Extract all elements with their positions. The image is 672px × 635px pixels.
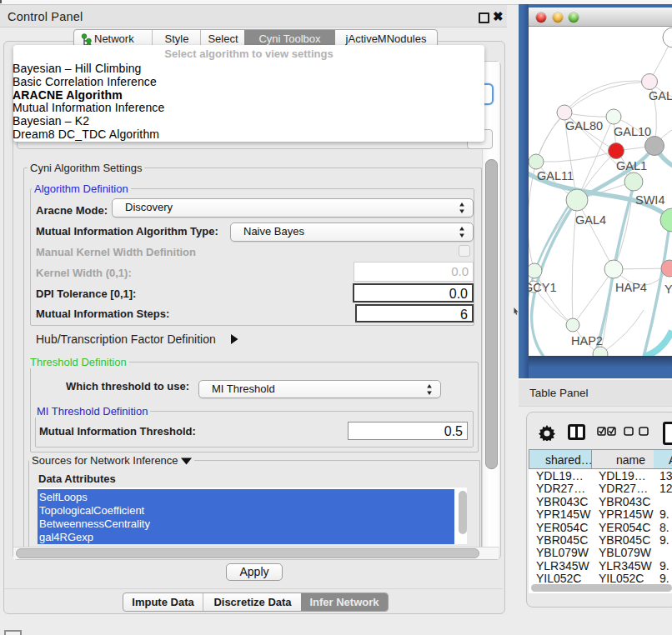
svg-text:GAL11: GAL11 bbox=[537, 169, 574, 182]
svg-text:HAP4: HAP4 bbox=[615, 281, 647, 294]
svg-text:HAP2: HAP2 bbox=[571, 334, 603, 348]
svg-text:GAL4: GAL4 bbox=[575, 213, 606, 227]
svg-text:GCY1: GCY1 bbox=[529, 281, 557, 294]
svg-text:GAL10: GAL10 bbox=[614, 125, 651, 138]
svg-text:Y: Y bbox=[664, 282, 672, 296]
svg-text:GAL1: GAL1 bbox=[616, 159, 647, 172]
svg-text:GAL80: GAL80 bbox=[565, 119, 603, 132]
svg-text:GAL2: GAL2 bbox=[649, 89, 672, 102]
svg-text:SWI4: SWI4 bbox=[635, 193, 664, 207]
